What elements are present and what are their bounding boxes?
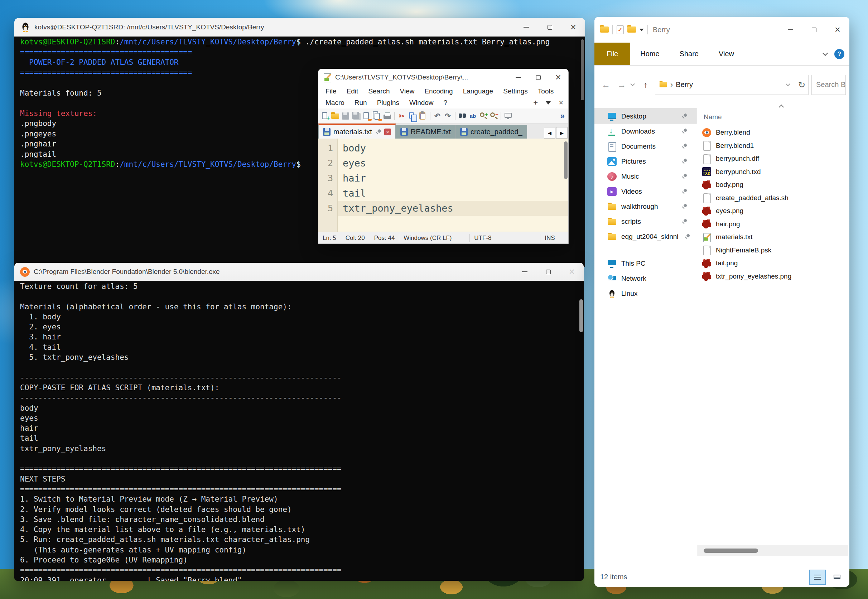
menu-settings[interactable]: Settings <box>498 87 533 95</box>
menu-plugins[interactable]: Plugins <box>372 99 404 107</box>
close-tab-icon[interactable]: × <box>384 128 391 135</box>
file-row[interactable]: materials.txt <box>697 230 849 244</box>
forward-icon[interactable]: → <box>615 80 628 90</box>
file-row[interactable]: Berry.blend <box>697 126 849 139</box>
ribbon-tab-view[interactable]: View <box>709 43 744 65</box>
file-row[interactable]: hair.png <box>697 218 849 231</box>
refresh-icon[interactable]: ↻ <box>798 80 805 90</box>
sidebar-item-network[interactable]: Network <box>594 271 697 286</box>
new-tab-icon[interactable]: + <box>533 98 538 107</box>
find-icon[interactable] <box>457 111 468 121</box>
close-file-icon[interactable] <box>361 111 372 121</box>
menu-search[interactable]: Search <box>363 87 395 95</box>
pin-tab-icon[interactable] <box>375 129 381 135</box>
print-icon[interactable] <box>382 111 393 121</box>
details-view-button[interactable] <box>809 570 826 585</box>
tab-scroll-right-icon[interactable]: ▶ <box>556 127 567 138</box>
menu-edit[interactable]: Edit <box>341 87 364 95</box>
horizontal-scrollbar[interactable] <box>697 545 848 556</box>
tab-list-icon[interactable] <box>546 101 551 105</box>
properties-icon[interactable] <box>617 26 624 34</box>
sidebar-item-music[interactable]: Music <box>594 169 697 184</box>
minimize-button[interactable] <box>514 18 538 36</box>
menu-file[interactable]: File <box>320 87 341 95</box>
file-row[interactable]: berrypunch.dff <box>697 152 849 166</box>
close-button[interactable]: × <box>826 17 849 43</box>
ribbon-tab-share[interactable]: Share <box>669 43 709 65</box>
close-button[interactable]: × <box>561 18 585 36</box>
sidebar-item-pictures[interactable]: Pictures <box>594 154 697 169</box>
menu-macro[interactable]: Macro <box>320 99 349 107</box>
notepadpp-titlebar[interactable]: C:\Users\TLVSTY_KOTVS\Desktop\Berry\... … <box>318 69 568 86</box>
search-input[interactable]: Search B <box>811 75 846 95</box>
open-file-icon[interactable] <box>330 111 340 121</box>
close-button[interactable]: × <box>548 69 568 86</box>
maximize-button[interactable] <box>538 18 561 36</box>
column-header-name[interactable]: Name <box>697 107 849 126</box>
file-row[interactable]: TXDberrypunch.txd <box>697 166 849 179</box>
up-icon[interactable]: ↑ <box>639 80 652 90</box>
file-row[interactable]: create_padded_atlas.sh <box>697 191 849 205</box>
replace-icon[interactable]: ab <box>468 111 478 121</box>
new-file-icon[interactable]: + <box>320 111 330 121</box>
file-row[interactable]: NightFemaleB.psk <box>697 244 849 257</box>
sidebar-item-walkthrough[interactable]: walkthrough <box>594 199 697 214</box>
sidebar-item-scripts[interactable]: scripts <box>594 214 697 229</box>
file-row[interactable]: eyes.png <box>697 205 849 218</box>
menu-window[interactable]: Window <box>404 99 439 107</box>
paste-icon[interactable] <box>418 111 428 121</box>
horizontal-scrollbar-thumb[interactable] <box>704 548 758 553</box>
file-row[interactable]: Berry.blend1 <box>697 139 849 152</box>
quick-access-dropdown-icon[interactable] <box>639 29 644 31</box>
thumbnail-view-button[interactable] <box>829 570 845 585</box>
breadcrumb[interactable]: Berry <box>676 81 693 89</box>
close-all-icon[interactable] <box>372 111 382 121</box>
maximize-button[interactable] <box>536 263 560 281</box>
address-dropdown-icon[interactable] <box>786 82 790 86</box>
redo-icon[interactable]: ↷ <box>442 111 453 121</box>
copy-icon[interactable] <box>407 111 418 121</box>
sidebar-item-desktop[interactable]: Desktop <box>594 109 697 124</box>
menu-help[interactable]: ? <box>439 99 453 107</box>
file-row[interactable]: txtr_pony_eyelashes.png <box>697 270 849 283</box>
file-row[interactable]: body.png <box>697 178 849 191</box>
menu-run[interactable]: Run <box>349 99 372 107</box>
ribbon-tab-home[interactable]: Home <box>630 43 669 65</box>
sidebar-item-linux[interactable]: Linux <box>594 286 697 301</box>
close-button[interactable]: × <box>560 263 584 281</box>
ribbon-collapse-icon[interactable] <box>823 50 828 56</box>
menu-encoding[interactable]: Encoding <box>419 87 457 95</box>
blender-scrollbar-thumb[interactable] <box>579 300 583 332</box>
address-bar[interactable]: › Berry ↻ <box>655 75 809 95</box>
recent-locations-icon[interactable] <box>630 82 635 86</box>
zoom-out-icon[interactable]: − <box>489 111 499 121</box>
menu-view[interactable]: View <box>395 87 420 95</box>
save-icon[interactable] <box>340 111 351 121</box>
minimize-button[interactable] <box>513 263 536 281</box>
help-icon[interactable]: ? <box>834 49 844 59</box>
undo-icon[interactable]: ↶ <box>432 111 442 121</box>
zoom-in-icon[interactable]: + <box>478 111 489 121</box>
ribbon-tab-file[interactable]: File <box>594 43 630 65</box>
sidebar-item-this-pc[interactable]: This PC <box>594 256 697 271</box>
save-all-icon[interactable] <box>351 111 361 121</box>
maximize-button[interactable] <box>802 17 826 43</box>
close-doc-icon[interactable]: × <box>559 98 563 107</box>
sidebar-item-documents[interactable]: Documents <box>594 139 697 154</box>
terminal-scrollbar-thumb[interactable] <box>581 39 584 100</box>
toolbar-overflow-icon[interactable]: » <box>560 111 568 120</box>
cut-icon[interactable]: ✂ <box>397 111 407 121</box>
sidebar-item-videos[interactable]: Videos <box>594 184 697 199</box>
minimize-button[interactable] <box>778 17 802 43</box>
new-folder-icon[interactable] <box>627 27 636 33</box>
back-icon[interactable]: ← <box>599 80 612 90</box>
file-row[interactable]: tail.png <box>697 257 849 270</box>
tab-materials-txt[interactable]: materials.txt × <box>318 123 396 138</box>
editor-scrollbar-thumb[interactable] <box>564 141 567 179</box>
tab-readme-txt[interactable]: README.txt <box>396 125 456 138</box>
tab-create-padded[interactable]: create_padded_ <box>456 125 527 138</box>
sidebar-item-eqg-ut2004[interactable]: eqg_ut2004_skinni <box>594 229 697 244</box>
sidebar-item-downloads[interactable]: Downloads <box>594 124 697 139</box>
terminal-titlebar[interactable]: kotvs@DESKTOP-Q2T1SRD: /mnt/c/Users/TLVS… <box>14 18 585 36</box>
menu-language[interactable]: Language <box>458 87 498 95</box>
